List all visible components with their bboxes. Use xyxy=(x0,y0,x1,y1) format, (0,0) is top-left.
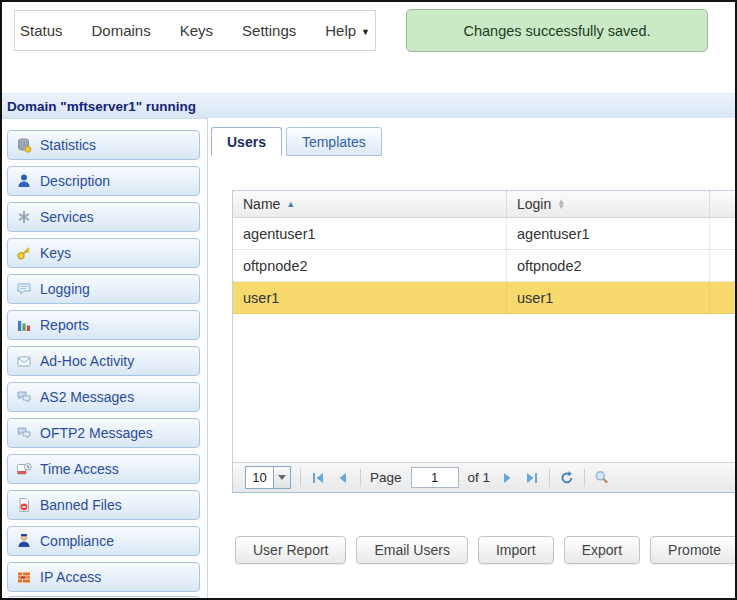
tab-templates[interactable]: Templates xyxy=(286,127,382,156)
grid-empty-area xyxy=(233,314,737,462)
sidebar-item-label: Description xyxy=(40,173,110,189)
sidebar-item-keys[interactable]: Keys xyxy=(7,238,200,268)
cell-extra xyxy=(710,250,737,281)
main-panel: Users Templates Name ▲ Login ▲▼ agentuse… xyxy=(207,118,737,598)
sidebar-item-label: Time Access xyxy=(40,461,119,477)
tab-users[interactable]: Users xyxy=(211,127,282,156)
divider xyxy=(584,469,585,487)
page-number-input[interactable] xyxy=(411,467,459,488)
column-header-login[interactable]: Login ▲▼ xyxy=(507,191,710,217)
divider xyxy=(300,469,301,487)
sidebar-item-services[interactable]: Services xyxy=(7,202,200,232)
domain-status-text: Domain "mftserver1" running xyxy=(7,99,196,114)
sidebar-item-label: Ad-Hoc Activity xyxy=(40,353,134,369)
sidebar-item-partial[interactable] xyxy=(7,596,200,600)
email-users-button[interactable]: Email Users xyxy=(356,536,467,564)
search-icon[interactable] xyxy=(594,470,610,486)
last-page-button[interactable] xyxy=(524,470,540,486)
sidebar-item-adhoc-activity[interactable]: Ad-Hoc Activity xyxy=(7,346,200,376)
sidebar-item-label: OFTP2 Messages xyxy=(40,425,153,441)
cell-login: user1 xyxy=(507,282,710,313)
sidebar-item-label: Compliance xyxy=(40,533,114,549)
sidebar-item-label: Reports xyxy=(40,317,89,333)
table-row[interactable]: oftpnode2 oftpnode2 xyxy=(233,250,737,282)
sidebar-item-banned-files[interactable]: Banned Files xyxy=(7,490,200,520)
sidebar-item-time-access[interactable]: Time Access xyxy=(7,454,200,484)
sidebar-item-compliance[interactable]: Compliance xyxy=(7,526,200,556)
sidebar-item-label: Keys xyxy=(40,245,71,261)
top-nav: Status Domains Keys Settings Help▼ xyxy=(14,10,376,51)
cell-extra xyxy=(710,282,737,313)
sort-asc-icon: ▲ xyxy=(286,199,295,209)
success-alert-text: Changes successfully saved. xyxy=(464,23,651,39)
sidebar-item-label: Services xyxy=(40,209,94,225)
sidebar-item-ip-access[interactable]: IP Access xyxy=(7,562,200,592)
user-icon xyxy=(16,173,32,189)
sidebar-item-reports[interactable]: Reports xyxy=(7,310,200,340)
app-window: Status Domains Keys Settings Help▼ Chang… xyxy=(0,0,737,600)
envelope-icon xyxy=(16,353,32,369)
sidebar-item-label: Banned Files xyxy=(40,497,122,513)
grid-header: Name ▲ Login ▲▼ xyxy=(233,191,737,218)
cell-name: user1 xyxy=(233,282,507,313)
sidebar-item-as2-messages[interactable]: AS2 Messages xyxy=(7,382,200,412)
banned-file-icon xyxy=(16,497,32,513)
cell-extra xyxy=(710,218,737,249)
table-row-selected[interactable]: user1 user1 xyxy=(233,282,737,314)
prev-page-button[interactable] xyxy=(335,470,351,486)
cell-login: agentuser1 xyxy=(507,218,710,249)
pagination-bar: 10 Page of 1 xyxy=(233,462,737,492)
success-alert: Changes successfully saved. xyxy=(406,9,708,52)
logging-icon xyxy=(16,281,32,297)
sidebar-item-description[interactable]: Description xyxy=(7,166,200,196)
page-size-select[interactable]: 10 xyxy=(245,466,291,489)
promote-button[interactable]: Promote xyxy=(650,536,737,564)
reports-icon xyxy=(16,317,32,333)
compliance-icon xyxy=(16,533,32,549)
sidebar-item-logging[interactable]: Logging xyxy=(7,274,200,304)
column-header-name[interactable]: Name ▲ xyxy=(233,191,507,217)
first-page-button[interactable] xyxy=(310,470,326,486)
divider xyxy=(549,469,550,487)
calendar-clock-icon xyxy=(16,461,32,477)
users-grid: Name ▲ Login ▲▼ agentuser1 agentuser1 of… xyxy=(232,190,737,493)
nav-status[interactable]: Status xyxy=(20,22,63,39)
next-page-button[interactable] xyxy=(499,470,515,486)
nav-domains[interactable]: Domains xyxy=(92,22,151,39)
page-label: Page xyxy=(370,470,402,485)
domain-status-bar: Domain "mftserver1" running xyxy=(2,93,735,119)
action-button-row: User Report Email Users Import Export Pr… xyxy=(235,536,737,564)
chevron-down-icon xyxy=(273,467,290,488)
nav-keys[interactable]: Keys xyxy=(180,22,213,39)
sidebar-item-label: IP Access xyxy=(40,569,101,585)
tab-bar: Users Templates xyxy=(211,127,737,156)
user-report-button[interactable]: User Report xyxy=(235,536,346,564)
sidebar: Statistics Description Services Keys Log… xyxy=(7,130,200,598)
page-size-value: 10 xyxy=(246,467,273,488)
sidebar-item-label: AS2 Messages xyxy=(40,389,134,405)
messages-icon xyxy=(16,425,32,441)
nav-help[interactable]: Help▼ xyxy=(325,22,370,39)
messages-icon xyxy=(16,389,32,405)
sidebar-item-oftp2-messages[interactable]: OFTP2 Messages xyxy=(7,418,200,448)
cell-name: agentuser1 xyxy=(233,218,507,249)
nav-settings[interactable]: Settings xyxy=(242,22,296,39)
chevron-down-icon: ▼ xyxy=(361,27,370,37)
table-row[interactable]: agentuser1 agentuser1 xyxy=(233,218,737,250)
sidebar-item-label: Logging xyxy=(40,281,90,297)
statistics-icon xyxy=(16,137,32,153)
page-count-label: of 1 xyxy=(468,470,491,485)
cell-login: oftpnode2 xyxy=(507,250,710,281)
column-header-extra[interactable] xyxy=(710,191,737,217)
refresh-icon[interactable] xyxy=(559,470,575,486)
services-icon xyxy=(16,209,32,225)
sidebar-item-label: Statistics xyxy=(40,137,96,153)
cell-name: oftpnode2 xyxy=(233,250,507,281)
firewall-icon xyxy=(16,569,32,585)
divider xyxy=(360,469,361,487)
sort-both-icon: ▲▼ xyxy=(557,199,565,209)
key-icon xyxy=(16,245,32,261)
sidebar-item-statistics[interactable]: Statistics xyxy=(7,130,200,160)
export-button[interactable]: Export xyxy=(564,536,640,564)
import-button[interactable]: Import xyxy=(478,536,554,564)
